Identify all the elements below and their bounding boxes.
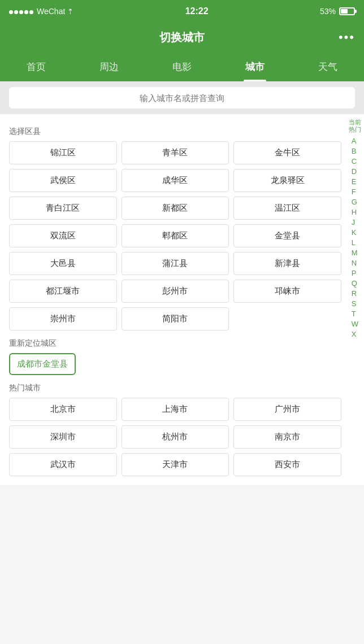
search-bar xyxy=(0,81,364,114)
wifi-icon: ⇡ xyxy=(67,7,73,16)
alpha-letter-j[interactable]: J xyxy=(352,217,358,228)
district-city-button[interactable]: 崇州市 xyxy=(9,307,117,330)
alpha-letter-r[interactable]: R xyxy=(352,289,358,299)
hot-city-button[interactable]: 南京市 xyxy=(233,425,341,449)
district-city-button[interactable]: 郫都区 xyxy=(122,224,229,247)
search-input[interactable] xyxy=(9,87,355,108)
status-right: 53% xyxy=(320,7,355,16)
alpha-letter-t[interactable]: T xyxy=(352,309,358,319)
alpha-letter-h[interactable]: H xyxy=(352,207,358,217)
nav-tabs: 首页 周边 电影 城市 天气 xyxy=(0,52,364,81)
alpha-letter-l[interactable]: L xyxy=(352,238,358,248)
signal-dots xyxy=(9,7,34,16)
hot-city-button[interactable]: 武汉市 xyxy=(9,453,117,476)
district-city-button[interactable]: 温江区 xyxy=(233,197,341,220)
tab-home[interactable]: 首页 xyxy=(0,52,73,81)
hot-city-button[interactable]: 杭州市 xyxy=(122,425,229,449)
district-section-label: 选择区县 xyxy=(9,127,341,137)
hot-city-button[interactable]: 上海市 xyxy=(122,398,229,421)
hot-city-button[interactable]: 西安市 xyxy=(233,453,341,476)
hot-city-button[interactable]: 深圳市 xyxy=(9,425,117,449)
district-city-button[interactable]: 大邑县 xyxy=(9,252,117,275)
alpha-letter-s[interactable]: S xyxy=(352,299,358,309)
hot-section-label: 热门城市 xyxy=(9,383,341,393)
tab-movies[interactable]: 电影 xyxy=(146,52,219,81)
hot-city-button[interactable]: 广州市 xyxy=(233,398,341,421)
hot-city-button[interactable]: 北京市 xyxy=(9,398,117,421)
alpha-letter-k[interactable]: K xyxy=(352,228,358,238)
district-city-button[interactable]: 龙泉驿区 xyxy=(233,169,341,192)
more-options-button[interactable]: ••• xyxy=(339,30,355,45)
current-location-button[interactable]: 成都市金堂县 xyxy=(9,353,76,375)
alpha-letter-f[interactable]: F xyxy=(352,187,358,197)
district-city-button[interactable]: 锦江区 xyxy=(9,141,117,164)
location-section-label: 重新定位城区 xyxy=(9,338,341,349)
status-left: WeChat ⇡ xyxy=(9,7,73,16)
status-bar: WeChat ⇡ 12:22 53% xyxy=(0,0,364,23)
district-city-button[interactable]: 简阳市 xyxy=(122,307,229,330)
battery-icon xyxy=(339,7,355,15)
district-city-button[interactable]: 青羊区 xyxy=(122,141,229,164)
district-city-button[interactable]: 金堂县 xyxy=(233,224,341,247)
hot-cities-grid: 北京市上海市广州市深圳市杭州市南京市武汉市天津市西安市 xyxy=(9,398,341,476)
main-area: 选择区县 锦江区青羊区金牛区武侯区成华区龙泉驿区青白江区新都区温江区双流区郫都区… xyxy=(0,114,364,485)
alphabet-sidebar: 当前热门 ABCDEFGHJKLMNPQRSTWX xyxy=(346,114,364,485)
alpha-letter-x[interactable]: X xyxy=(352,329,358,340)
district-city-button[interactable]: 青白江区 xyxy=(9,197,117,220)
alpha-letter-w[interactable]: W xyxy=(352,319,358,329)
tab-city[interactable]: 城市 xyxy=(218,52,291,81)
hot-city-button[interactable]: 天津市 xyxy=(122,453,229,476)
battery-fill xyxy=(341,9,348,14)
alpha-letter-b[interactable]: B xyxy=(352,146,358,156)
alpha-letter-m[interactable]: M xyxy=(352,248,358,258)
district-city-button[interactable]: 金牛区 xyxy=(233,141,341,164)
district-city-button[interactable]: 新津县 xyxy=(233,252,341,275)
district-city-button[interactable]: 邛崃市 xyxy=(233,280,341,303)
district-city-button[interactable]: 彭州市 xyxy=(122,280,229,303)
alpha-letter-p[interactable]: P xyxy=(352,268,358,279)
district-city-button[interactable]: 都江堰市 xyxy=(9,280,117,303)
district-city-button[interactable]: 双流区 xyxy=(9,224,117,247)
location-section: 重新定位城区 成都市金堂县 xyxy=(9,338,341,375)
alpha-letter-d[interactable]: D xyxy=(352,167,358,177)
alpha-letter-q[interactable]: Q xyxy=(352,279,358,289)
district-city-button[interactable]: 成华区 xyxy=(122,169,229,192)
time-display: 12:22 xyxy=(185,6,209,16)
header-title: 切换城市 xyxy=(159,30,205,45)
alpha-header: 当前热门 xyxy=(349,119,361,133)
carrier-label: WeChat xyxy=(37,7,65,16)
district-grid: 锦江区青羊区金牛区武侯区成华区龙泉驿区青白江区新都区温江区双流区郫都区金堂县大邑… xyxy=(9,141,341,330)
district-city-button[interactable]: 蒲江县 xyxy=(122,252,229,275)
header: 切换城市 ••• xyxy=(0,23,364,52)
alpha-letter-e[interactable]: E xyxy=(352,177,358,187)
tab-weather[interactable]: 天气 xyxy=(291,52,364,81)
alpha-letter-g[interactable]: G xyxy=(352,197,358,207)
content-area: 选择区县 锦江区青羊区金牛区武侯区成华区龙泉驿区青白江区新都区温江区双流区郫都区… xyxy=(0,114,364,485)
district-city-button[interactable]: 新都区 xyxy=(122,197,229,220)
alpha-letter-n[interactable]: N xyxy=(352,258,358,268)
tab-nearby[interactable]: 周边 xyxy=(73,52,146,81)
battery-percent: 53% xyxy=(320,7,336,16)
alpha-letter-c[interactable]: C xyxy=(352,156,358,167)
alpha-letter-a[interactable]: A xyxy=(352,136,358,146)
district-city-button[interactable]: 武侯区 xyxy=(9,169,117,192)
